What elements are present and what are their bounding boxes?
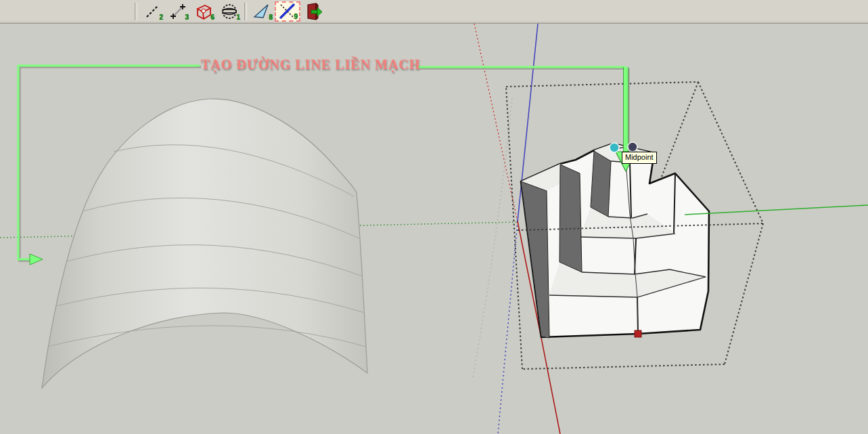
line-with-points-icon bbox=[170, 3, 186, 20]
red-axis-dotted bbox=[474, 24, 518, 221]
midpoint-square-marker bbox=[635, 330, 641, 337]
toolbar-button-construction-line[interactable]: 2 bbox=[139, 1, 165, 22]
dashed-line-icon bbox=[144, 3, 160, 20]
toolbar-button-group: 2 3 6 1 bbox=[133, 1, 326, 22]
toolbar-separator bbox=[135, 3, 137, 20]
sketchup-window: { "window": { "background": "#cbccc5", "… bbox=[0, 0, 868, 434]
stepped-pyramid-model[interactable] bbox=[521, 144, 709, 338]
toolbar-button-line-endpoints[interactable]: 3 bbox=[165, 1, 191, 22]
shortcut-badge: 2 bbox=[159, 14, 163, 21]
toolbar-button-box-wireframe[interactable]: 6 bbox=[191, 1, 216, 22]
blue-axis-dotted bbox=[498, 221, 518, 434]
curved-surface-face[interactable] bbox=[42, 99, 367, 388]
shortcut-badge: 9 bbox=[294, 14, 298, 20]
modeling-viewport[interactable] bbox=[0, 0, 868, 434]
inference-tooltip: Midpoint bbox=[622, 152, 657, 164]
toolbar-button-triangle-face[interactable]: 8 bbox=[249, 1, 275, 22]
ghost-guide-curve bbox=[473, 98, 512, 378]
shortcut-badge: 1 bbox=[236, 14, 240, 21]
annotation-title: TẠO ĐƯỜNG LINE LIỀN MẠCH bbox=[201, 57, 419, 72]
exit-door-icon bbox=[304, 2, 323, 21]
green-axis-solid bbox=[685, 205, 868, 215]
shortcut-badge: 3 bbox=[185, 14, 189, 21]
viewport-svg bbox=[0, 0, 868, 434]
curved-surface-model[interactable] bbox=[42, 99, 367, 388]
toolbar-button-exit[interactable] bbox=[300, 1, 326, 22]
plugin-toolbar: 2 3 6 1 bbox=[0, 0, 868, 24]
line-end-dot bbox=[628, 142, 637, 152]
toolbar-separator bbox=[244, 3, 247, 20]
toolbar-button-smart-line[interactable]: 9 bbox=[275, 1, 300, 22]
arrowhead-left bbox=[30, 254, 43, 265]
toolbar-button-sphere-wireframe[interactable]: 1 bbox=[216, 1, 242, 22]
shortcut-badge: 8 bbox=[269, 14, 273, 21]
green-axis-dotted-mid bbox=[357, 222, 517, 225]
line-start-dot bbox=[610, 143, 619, 152]
shortcut-badge: 6 bbox=[210, 14, 214, 21]
